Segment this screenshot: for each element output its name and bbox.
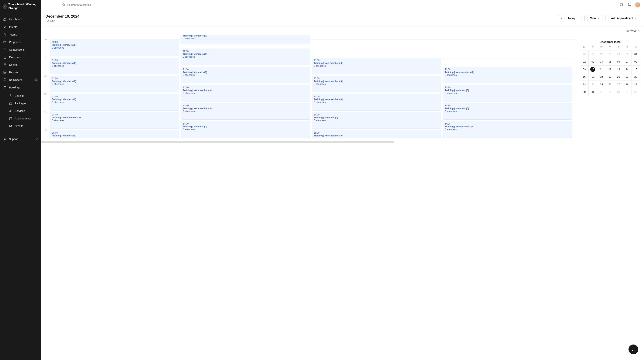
event-time: 15:00 <box>52 131 177 134</box>
brand[interactable]: WS Tom Hibbert | Winning Strength <box>0 0 41 13</box>
calendar-next-button[interactable] <box>636 40 639 43</box>
calendar-day[interactable]: 05 <box>632 88 640 96</box>
prev-day-button[interactable] <box>558 15 565 21</box>
calendar-day[interactable]: 03 <box>614 88 623 96</box>
appointment-event[interactable]: 12:30Training | Non-members (0)0 attende… <box>181 85 310 101</box>
appointment-event[interactable]: 13:30Training | Non-members (0)0 attende… <box>181 103 310 120</box>
calendar-day[interactable]: 26 <box>588 50 597 58</box>
calendar-dow-label: T <box>606 46 614 49</box>
calendar-day[interactable]: 25 <box>597 81 606 88</box>
calendar-day[interactable]: 22 <box>632 73 640 81</box>
sidebar-item-programs[interactable]: Programs <box>0 38 41 46</box>
calendar-day[interactable]: 26 <box>606 81 614 88</box>
appointment-event[interactable]: 14:00Training | Members (0)0 attendees <box>312 112 441 129</box>
sidebar-item-reports[interactable]: Reports <box>0 69 41 76</box>
calendar-day[interactable]: 25 <box>580 50 588 58</box>
calendar-day[interactable]: 27 <box>597 50 606 58</box>
calendar-day[interactable]: 13 <box>614 65 623 73</box>
calendar-day[interactable]: 11 <box>597 65 606 73</box>
calendar-prev-button[interactable] <box>581 40 584 43</box>
bell-icon[interactable] <box>627 3 631 7</box>
sidebar-item-support[interactable]: Support <box>0 135 41 143</box>
sidebar-item-dashboard[interactable]: Dashboard <box>0 16 41 23</box>
chat-icon[interactable] <box>620 3 624 7</box>
calendar-day[interactable]: 01 <box>597 88 606 96</box>
calendar-day[interactable]: 28 <box>606 50 614 58</box>
chat-fab[interactable] <box>628 345 638 354</box>
appointment-event[interactable]: 12:30Training | Members (0)0 attendees <box>443 85 572 101</box>
calendar-day[interactable]: 16 <box>580 73 588 81</box>
today-button[interactable]: Today <box>565 15 578 21</box>
time-label: 13 <box>44 93 46 95</box>
calendar-day[interactable]: 29 <box>614 50 623 58</box>
calendar-day[interactable]: 01 <box>632 50 640 58</box>
sidebar-subitem-credits[interactable]: Credits <box>0 122 41 130</box>
schedule-pane[interactable]: 10:00Training | Members (0)0 attendees11… <box>41 35 576 360</box>
services-filter[interactable]: Services <box>626 29 640 32</box>
calendar-day[interactable]: 28 <box>623 81 631 88</box>
calendar-day[interactable]: 31 <box>588 88 597 96</box>
appointment-event[interactable]: 11:30Training | Non-members (0)0 attende… <box>443 67 572 83</box>
appointment-event[interactable]: 10:00Training | Members (0)0 attendees <box>50 39 179 56</box>
calendar-day[interactable]: 06 <box>614 58 623 65</box>
calendar-day[interactable]: 14 <box>623 65 631 73</box>
appointment-event[interactable]: 12:00Training | Members (0)0 attendees <box>50 76 179 92</box>
appointment-event[interactable]: 14:30Training | Members (0)0 attendees <box>181 121 310 138</box>
calendar-day[interactable]: 18 <box>597 73 606 81</box>
sidebar-item-bookings[interactable]: Bookings <box>0 84 41 91</box>
avatar[interactable] <box>635 2 640 7</box>
calendar-day[interactable]: 02 <box>606 88 614 96</box>
appointment-event[interactable]: Training | Members (0)0 attendees <box>181 35 310 44</box>
appointment-event[interactable]: 15:00Training | Non-members (0) <box>312 130 441 138</box>
sidebar-item-competitions[interactable]: Competitions <box>0 46 41 53</box>
sidebar-subitem-services[interactable]: Services <box>0 107 41 115</box>
sidebar-item-exercises[interactable]: Exercises <box>0 53 41 61</box>
tools-icon <box>9 109 12 113</box>
calendar-day[interactable]: 10 <box>588 65 597 73</box>
calendar-day[interactable]: 23 <box>580 81 588 88</box>
calendar-day[interactable]: 24 <box>588 81 597 88</box>
calendar-day[interactable]: 20 <box>614 73 623 81</box>
appointment-event[interactable]: 11:00Training | Members (0)0 attendees <box>50 58 179 74</box>
calendar-day[interactable]: 30 <box>580 88 588 96</box>
sidebar-subitem-appointments[interactable]: Appointments <box>0 115 41 122</box>
calendar-day[interactable]: 02 <box>580 58 588 65</box>
appointment-event[interactable]: 14:00Training | Non-members (0)0 attende… <box>50 112 179 129</box>
view-button[interactable]: View <box>587 15 603 21</box>
search-input[interactable] <box>67 3 176 6</box>
calendar-day[interactable]: 03 <box>588 58 597 65</box>
appointment-event[interactable]: 13:00Training | Members (0)0 attendees <box>50 94 179 111</box>
calendar-day[interactable]: 08 <box>632 58 640 65</box>
appointment-event[interactable]: 11:00Training | Non-members (0)0 attende… <box>312 58 441 74</box>
sidebar-item-teams[interactable]: Teams <box>0 31 41 38</box>
appointment-event[interactable]: 14:30Training | Non-members (0)0 attende… <box>443 121 572 138</box>
calendar-day[interactable]: 19 <box>606 73 614 81</box>
next-day-button[interactable] <box>578 15 584 21</box>
svg-point-0 <box>4 26 5 27</box>
horizontal-scrollbar[interactable] <box>41 141 576 143</box>
sidebar-subitem-settings[interactable]: Settings <box>0 92 41 100</box>
sidebar-item-content[interactable]: Content <box>0 61 41 69</box>
calendar-day[interactable]: 04 <box>597 58 606 65</box>
calendar-day[interactable]: 15 <box>632 65 640 73</box>
appointment-event[interactable]: 12:00Training | Non-members (0)0 attende… <box>312 76 441 92</box>
calendar-day[interactable]: 05 <box>606 58 614 65</box>
calendar-day[interactable]: 21 <box>623 73 631 81</box>
calendar-day[interactable]: 07 <box>623 58 631 65</box>
sidebar-subitem-packages[interactable]: Packages <box>0 100 41 107</box>
calendar-day[interactable]: 30 <box>623 50 631 58</box>
calendar-day[interactable]: 17 <box>588 73 597 81</box>
appointment-event[interactable]: 10:30Training | Members (0)0 attendees <box>181 48 310 65</box>
calendar-day[interactable]: 04 <box>623 88 631 96</box>
calendar-day[interactable]: 29 <box>632 81 640 88</box>
calendar-day[interactable]: 12 <box>606 65 614 73</box>
sidebar-item-reminders[interactable]: Reminders1 <box>0 76 41 84</box>
appointment-event[interactable]: 15:00Training | Members (0) <box>50 130 179 138</box>
appointment-event[interactable]: 11:30Training | Members (0)0 attendees <box>181 67 310 83</box>
appointment-event[interactable]: 13:30Training | Members (0)0 attendees <box>443 103 572 120</box>
appointment-event[interactable]: 13:00Training | Non-members (0)0 attende… <box>312 94 441 111</box>
calendar-day[interactable]: 27 <box>614 81 623 88</box>
add-appointment-button[interactable]: Add Appointment <box>608 15 640 21</box>
calendar-day[interactable]: 09 <box>580 65 588 73</box>
sidebar-item-clients[interactable]: Clients <box>0 23 41 31</box>
